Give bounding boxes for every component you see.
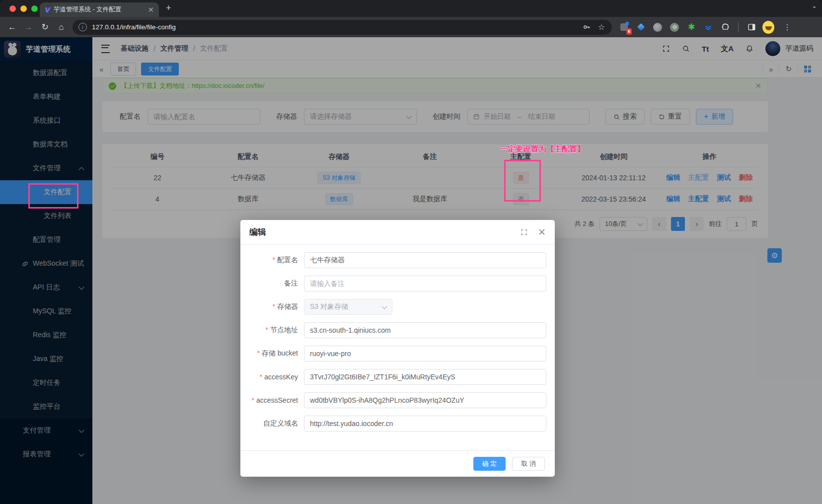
- extension-icon[interactable]: [652, 21, 664, 33]
- password-key-icon[interactable]: [583, 23, 591, 31]
- browser-tabstrip: V 芋道管理系统 - 文件配置 ✕ + ⌄: [0, 0, 822, 17]
- form-field-endpoint: *节点地址: [240, 322, 555, 338]
- field-label: *配置名: [240, 256, 298, 265]
- form-field-accessSecret: *accessSecret: [240, 392, 555, 408]
- dialog-form: *配置名备注*存储器S3 对象存储*节点地址*存储 bucket*accessK…: [240, 245, 555, 432]
- extension-icon[interactable]: [669, 21, 680, 33]
- site-info-icon[interactable]: i: [78, 23, 87, 31]
- endpoint-input[interactable]: [304, 322, 546, 338]
- domain-input[interactable]: [304, 416, 546, 432]
- browser-profile-avatar[interactable]: [762, 21, 774, 33]
- form-field-remark: 备注: [240, 276, 555, 291]
- form-field-name: *配置名: [240, 252, 555, 268]
- accessSecret-input[interactable]: [304, 392, 546, 408]
- edit-dialog: 编辑 ✕ *配置名备注*存储器S3 对象存储*节点地址*存储 bucket*ac…: [240, 220, 555, 477]
- field-label: 备注: [240, 279, 298, 288]
- close-window-button[interactable]: [9, 5, 16, 12]
- confirm-button[interactable]: 确 定: [473, 457, 506, 471]
- side-panel-icon[interactable]: [746, 21, 757, 33]
- back-button[interactable]: ←: [4, 19, 20, 35]
- dialog-header: 编辑 ✕: [240, 220, 555, 245]
- field-label: *节点地址: [240, 326, 298, 335]
- dialog-footer: 确 定 取 消: [240, 450, 555, 477]
- form-field-domain: 自定义域名: [240, 416, 555, 432]
- zoom-window-button[interactable]: [31, 5, 38, 12]
- form-field-accessKey: *accessKey: [240, 369, 555, 385]
- new-tab-button[interactable]: +: [166, 3, 171, 13]
- extension-icon[interactable]: [702, 21, 714, 33]
- extension-icon[interactable]: 6: [618, 21, 630, 33]
- minimize-window-button[interactable]: [20, 5, 27, 12]
- home-button[interactable]: ⌂: [53, 19, 70, 35]
- annotation-box-primary-column: [504, 160, 541, 202]
- bucket-input[interactable]: [304, 346, 546, 361]
- extension-badge: 6: [626, 28, 632, 35]
- browser-toolbar: ← → ↻ ⌂ i 127.0.0.1/infra/file/file-conf…: [0, 17, 822, 37]
- extensions-area: 6 ✱ ⋮: [618, 21, 795, 33]
- reload-button[interactable]: ↻: [37, 19, 53, 35]
- chevron-down-icon: [381, 303, 387, 309]
- annotation-tip-text: 一定要设置为【主配置】: [500, 144, 585, 154]
- form-field-storage: *存储器S3 对象存储: [240, 299, 555, 315]
- tab-close-icon[interactable]: ✕: [148, 5, 154, 14]
- extensions-puzzle-icon[interactable]: [719, 21, 731, 33]
- field-label: 自定义域名: [240, 419, 298, 428]
- field-label: *存储 bucket: [240, 349, 298, 358]
- browser-menu-icon[interactable]: ⋮: [779, 22, 795, 32]
- extension-icon[interactable]: ✱: [685, 21, 697, 33]
- forward-button[interactable]: →: [20, 19, 37, 35]
- dialog-close-icon[interactable]: ✕: [538, 227, 546, 237]
- address-bar[interactable]: i 127.0.0.1/infra/file/file-config ☆: [73, 20, 612, 35]
- name-input[interactable]: [304, 252, 546, 268]
- field-label: *accessKey: [240, 373, 298, 381]
- remark-input[interactable]: [304, 276, 546, 291]
- accessKey-input[interactable]: [304, 369, 546, 385]
- field-label: *存储器: [240, 302, 298, 311]
- window-controls: [9, 5, 38, 12]
- site-favicon-icon: V: [45, 6, 50, 14]
- dialog-title: 编辑: [249, 226, 266, 238]
- dialog-fullscreen-icon[interactable]: [521, 228, 528, 236]
- field-label: *accessSecret: [240, 396, 298, 404]
- annotation-box-sidebar: [28, 183, 78, 209]
- cancel-button[interactable]: 取 消: [512, 457, 545, 471]
- browser-tab[interactable]: V 芋道管理系统 - 文件配置 ✕: [40, 2, 159, 17]
- tab-title: 芋道管理系统 - 文件配置: [54, 5, 144, 14]
- storage-select[interactable]: S3 对象存储: [304, 299, 392, 315]
- url-text[interactable]: 127.0.0.1/infra/file/file-config: [92, 23, 583, 31]
- toolbar-separator: [738, 22, 739, 32]
- form-field-bucket: *存储 bucket: [240, 346, 555, 361]
- bookmark-star-icon[interactable]: ☆: [598, 23, 605, 31]
- extension-icon[interactable]: [635, 21, 647, 33]
- tab-search-chevron-icon[interactable]: ⌄: [812, 2, 817, 9]
